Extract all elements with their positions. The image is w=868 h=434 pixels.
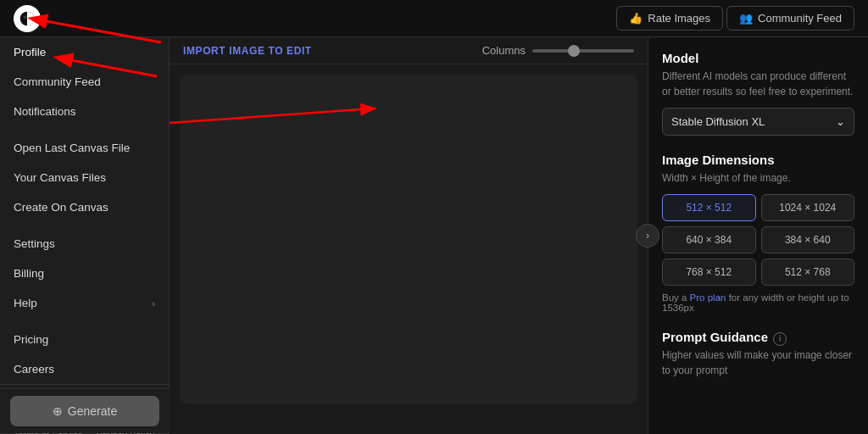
menu-label-community-feed: Community Feed: [14, 75, 101, 88]
image-dimensions-section: Image Dimensions Width × Height of the i…: [662, 153, 854, 313]
dim-btn-640x384[interactable]: 640 × 384: [662, 226, 756, 253]
menu-label-create-on-canvas: Create On Canvas: [14, 201, 108, 214]
import-label: IMPORT IMAGE TO EDIT: [183, 45, 312, 57]
plus-icon: ⊕: [53, 404, 63, 418]
menu-item-create-on-canvas[interactable]: Create On Canvas: [0, 192, 169, 222]
canvas-area: IMPORT IMAGE TO EDIT Columns ›: [170, 37, 648, 434]
menu-label-careers: Careers: [14, 363, 54, 376]
dim-btn-512x768[interactable]: 512 × 768: [761, 259, 855, 286]
model-description: Different AI models can produce differen…: [662, 69, 854, 99]
image-dimensions-desc: Width × Height of the image.: [662, 170, 854, 186]
info-symbol: i: [779, 334, 781, 343]
prompt-guidance-desc: Higher values will make your image close…: [662, 348, 854, 378]
generate-bar: ⊕ Generate: [0, 388, 170, 433]
header-right: 👍 Rate Images 👥 Community Feed: [616, 6, 854, 31]
menu-item-notifications[interactable]: Notifications: [0, 97, 169, 126]
import-image-button[interactable]: IMPORT IMAGE TO EDIT: [183, 45, 312, 57]
collapse-panel-button[interactable]: ›: [636, 224, 659, 248]
columns-control: Columns: [482, 44, 634, 57]
dimensions-grid: 512 × 512 1024 × 1024 640 × 384 384 × 64…: [662, 194, 854, 286]
menu-label-billing: Billing: [14, 267, 44, 280]
right-panel: Model Different AI models can produce di…: [648, 37, 868, 434]
menu-label-help: Help: [14, 297, 37, 309]
prompt-guidance-info-icon[interactable]: i: [773, 332, 787, 346]
model-selected-label: Stable Diffusion XL: [671, 115, 765, 128]
menu-label-pricing: Pricing: [14, 333, 48, 346]
image-dimensions-title: Image Dimensions: [662, 153, 854, 167]
prompt-guidance-section: Prompt Guidance i Higher values will mak…: [662, 330, 854, 378]
header-left: [14, 5, 41, 32]
menu-item-community-feed[interactable]: Community Feed: [0, 67, 169, 97]
menu-item-your-canvas-files[interactable]: Your Canvas Files: [0, 163, 169, 192]
community-feed-label: Community Feed: [758, 12, 842, 25]
header: 👍 Rate Images 👥 Community Feed: [0, 0, 868, 37]
canvas-toolbar: IMPORT IMAGE TO EDIT Columns: [170, 37, 648, 64]
pro-plan-link[interactable]: Pro plan: [690, 292, 726, 303]
menu-item-help[interactable]: Help ›: [0, 288, 169, 318]
community-feed-button[interactable]: 👥 Community Feed: [726, 6, 854, 31]
menu-item-pricing[interactable]: Pricing: [0, 325, 169, 354]
community-icon: 👥: [739, 12, 753, 25]
pro-note: Buy a Pro plan for any width or height u…: [662, 292, 854, 313]
main-layout: Profile Community Feed Notifications Ope…: [0, 37, 868, 434]
columns-slider[interactable]: [532, 49, 634, 53]
menu-item-careers[interactable]: Careers: [0, 354, 169, 384]
menu-item-settings[interactable]: Settings: [0, 229, 169, 259]
chevron-down-icon: ⌄: [836, 115, 845, 128]
prompt-title-row: Prompt Guidance i: [662, 330, 854, 348]
menu-label-settings: Settings: [14, 237, 55, 250]
dim-btn-768x512[interactable]: 768 × 512: [662, 259, 756, 286]
model-title: Model: [662, 51, 854, 65]
chevron-right-icon: ›: [646, 230, 649, 242]
logo-button[interactable]: [14, 5, 41, 32]
dropdown-menu: Profile Community Feed Notifications Ope…: [0, 37, 170, 434]
dim-btn-384x640[interactable]: 384 × 640: [761, 226, 855, 253]
generate-button[interactable]: ⊕ Generate: [10, 396, 159, 426]
canvas-content: [180, 75, 637, 403]
menu-item-profile[interactable]: Profile: [0, 37, 169, 67]
dim-btn-1024x1024[interactable]: 1024 × 1024: [761, 194, 855, 221]
rate-images-label: Rate Images: [648, 12, 710, 25]
chevron-right-icon: ›: [152, 298, 155, 309]
rate-images-button[interactable]: 👍 Rate Images: [616, 6, 723, 31]
prompt-guidance-title: Prompt Guidance: [662, 330, 768, 344]
menu-label-open-last-canvas: Open Last Canvas File: [14, 142, 130, 154]
menu-item-open-last-canvas[interactable]: Open Last Canvas File: [0, 133, 169, 163]
model-select[interactable]: Stable Diffusion XL ⌄: [662, 108, 854, 136]
menu-item-billing[interactable]: Billing: [0, 259, 169, 288]
menu-label-notifications: Notifications: [14, 105, 76, 118]
model-section: Model Different AI models can produce di…: [662, 51, 854, 136]
columns-label: Columns: [482, 44, 526, 57]
dim-btn-512x512[interactable]: 512 × 512: [662, 194, 756, 221]
thumbs-up-icon: 👍: [629, 12, 643, 25]
menu-label-your-canvas-files: Your Canvas Files: [14, 171, 106, 184]
menu-label-profile: Profile: [14, 46, 46, 58]
generate-label: Generate: [68, 404, 117, 418]
